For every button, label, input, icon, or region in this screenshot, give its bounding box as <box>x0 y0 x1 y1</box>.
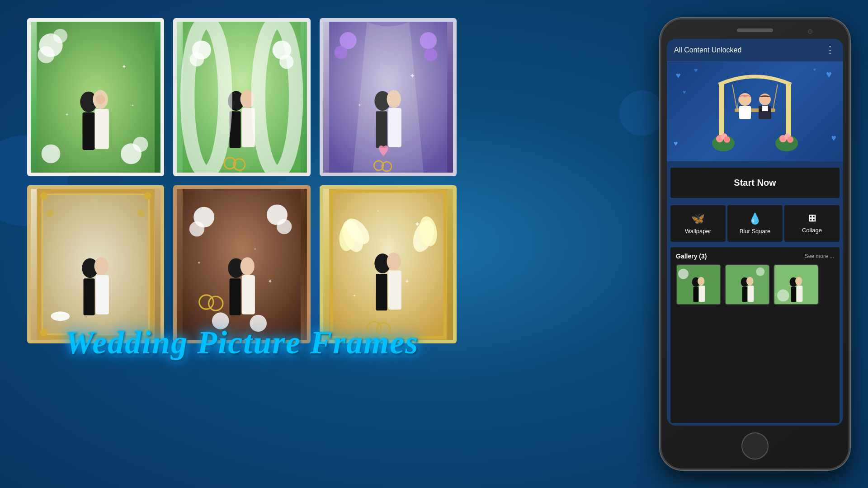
svg-point-61 <box>277 219 292 234</box>
svg-point-25 <box>279 55 293 69</box>
svg-point-105 <box>678 269 689 279</box>
frame-item[interactable]: ✦ ✦ <box>320 18 457 176</box>
heart-icon: ♥ <box>683 89 686 95</box>
svg-rect-51 <box>96 275 109 314</box>
frame-item[interactable]: ✦ ✦ ✦ <box>27 18 164 176</box>
gallery-section: Gallery (3) See more ... <box>670 247 840 423</box>
wedding-swing-illustration <box>710 69 800 155</box>
svg-point-44 <box>40 192 48 200</box>
frame-item[interactable] <box>27 185 164 343</box>
svg-rect-72 <box>376 274 387 310</box>
collage-button[interactable]: ⊞ Collage <box>784 205 840 242</box>
heart-icon: ♥ <box>826 69 832 80</box>
blur-square-button[interactable]: 💧 Blur Square <box>727 205 783 242</box>
frame-image <box>177 22 307 173</box>
see-more-button[interactable]: See more ... <box>805 253 834 259</box>
frame-item[interactable]: ✦ ✦ ✦ ✦ <box>320 185 457 343</box>
wallpaper-button[interactable]: 🦋 Wallpaper <box>670 205 726 242</box>
wallpaper-icon: 🦋 <box>691 212 705 225</box>
illustration-background: ♥ ♥ ♥ ♥ ♥ ♥ ♥ <box>667 62 843 161</box>
svg-point-108 <box>698 277 704 286</box>
phone-mockup: All Content Unlocked ⋮ ♥ ♥ ♥ ♥ ♥ ♥ ♥ <box>660 18 850 470</box>
svg-rect-74 <box>388 271 401 310</box>
svg-point-10 <box>133 137 148 152</box>
svg-text:✦: ✦ <box>197 260 201 265</box>
thumb-image <box>774 265 818 304</box>
svg-rect-95 <box>762 106 768 111</box>
frame-image: ✦ ✦ ✦ ✦ <box>323 189 453 340</box>
svg-rect-113 <box>742 287 747 302</box>
svg-rect-87 <box>786 82 791 141</box>
svg-point-59 <box>189 221 204 236</box>
svg-rect-57 <box>242 275 255 314</box>
phone-speaker <box>737 28 773 32</box>
svg-text:✦: ✦ <box>353 293 356 298</box>
svg-point-11 <box>42 144 61 163</box>
svg-point-117 <box>777 289 789 301</box>
collage-label: Collage <box>802 227 822 234</box>
heart-icon: ♥ <box>694 66 698 74</box>
svg-rect-115 <box>748 286 754 302</box>
svg-point-93 <box>759 94 771 105</box>
svg-point-45 <box>144 192 151 200</box>
svg-text:✦: ✦ <box>268 278 273 285</box>
frame-item[interactable] <box>173 18 310 176</box>
screen-content: Start Now 🦋 Wallpaper 💧 Blur Square ⊞ Co… <box>667 161 843 426</box>
frame-image: ✦ ✦ <box>323 22 453 173</box>
svg-text:✦: ✦ <box>131 103 134 108</box>
gallery-title: Gallery (3) <box>676 253 707 260</box>
screen-illustration: ♥ ♥ ♥ ♥ ♥ ♥ ♥ <box>667 62 843 161</box>
svg-point-34 <box>334 46 347 59</box>
header-title: All Content Unlocked <box>674 46 741 54</box>
phone-screen: All Content Unlocked ⋮ ♥ ♥ ♥ ♥ ♥ ♥ ♥ <box>667 39 843 426</box>
phone-camera <box>808 29 812 34</box>
svg-rect-92 <box>739 106 751 119</box>
svg-point-120 <box>795 277 802 286</box>
frame-item[interactable]: ✦ ✦ ✦ <box>173 185 310 343</box>
svg-rect-109 <box>699 286 705 302</box>
svg-point-23 <box>190 52 204 66</box>
screen-header: All Content Unlocked ⋮ <box>667 39 843 62</box>
svg-text:✦: ✦ <box>414 220 420 229</box>
frames-grid: ✦ ✦ ✦ <box>27 18 457 343</box>
svg-text:✦: ✦ <box>405 278 410 285</box>
svg-rect-121 <box>797 286 802 302</box>
svg-text:✦: ✦ <box>409 72 415 80</box>
action-buttons-row: 🦋 Wallpaper 💧 Blur Square ⊞ Collage <box>670 205 840 242</box>
gallery-thumbnail[interactable] <box>725 264 770 305</box>
svg-text:✦: ✦ <box>376 209 379 213</box>
heart-icon: ♥ <box>813 66 816 73</box>
svg-rect-2 <box>82 112 94 150</box>
svg-rect-49 <box>84 278 95 315</box>
frame-image: ✦ ✦ ✦ <box>31 22 160 173</box>
frame-image: ✦ ✦ ✦ <box>177 189 307 340</box>
frame-image <box>31 189 160 340</box>
start-now-button[interactable]: Start Now <box>670 168 840 198</box>
svg-point-103 <box>787 136 793 143</box>
svg-rect-107 <box>693 287 698 302</box>
heart-icon: ♥ <box>676 71 681 80</box>
heart-icon: ♥ <box>674 140 678 148</box>
blur-square-label: Blur Square <box>740 228 771 235</box>
svg-text:✦: ✦ <box>65 112 69 117</box>
wallpaper-label: Wallpaper <box>685 228 711 235</box>
svg-point-5 <box>96 95 105 104</box>
svg-text:✦: ✦ <box>357 103 361 108</box>
svg-point-35 <box>420 32 437 49</box>
gallery-thumbnail[interactable] <box>774 264 819 305</box>
gallery-thumbnail[interactable] <box>676 264 721 305</box>
svg-rect-119 <box>791 287 796 302</box>
svg-rect-55 <box>230 278 241 315</box>
svg-line-89 <box>773 84 778 109</box>
svg-point-111 <box>756 267 764 276</box>
phone-home-button[interactable] <box>741 432 769 460</box>
menu-icon[interactable]: ⋮ <box>825 44 836 56</box>
collage-icon: ⊞ <box>808 212 816 224</box>
svg-point-56 <box>241 257 255 275</box>
svg-point-114 <box>746 277 753 286</box>
svg-text:✦: ✦ <box>122 64 127 70</box>
svg-point-73 <box>387 253 401 271</box>
svg-point-7 <box>38 46 55 63</box>
svg-line-88 <box>732 84 737 109</box>
blur-square-icon: 💧 <box>748 212 762 225</box>
